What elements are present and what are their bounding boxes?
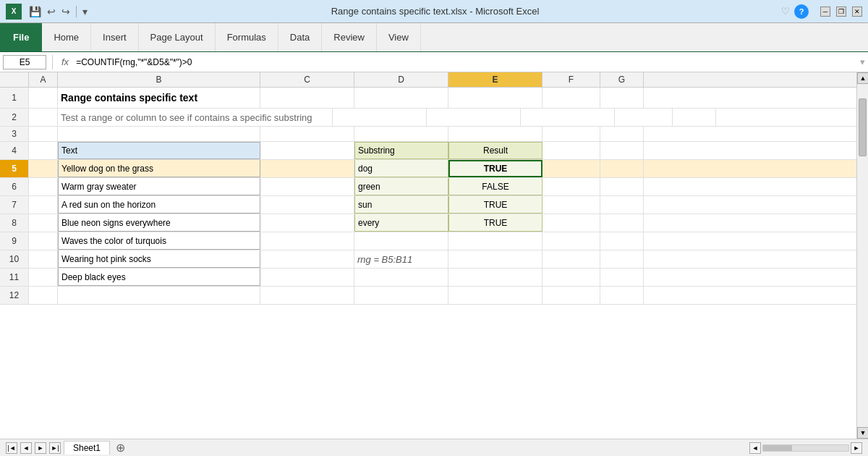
redo-icon[interactable]: ↪ bbox=[60, 4, 72, 19]
row-num-9[interactable]: 9 bbox=[0, 232, 29, 250]
row-num-12[interactable]: 12 bbox=[0, 287, 29, 304]
undo-icon[interactable]: ↩ bbox=[46, 4, 57, 19]
file-tab[interactable]: File bbox=[0, 23, 42, 51]
cell-d2[interactable] bbox=[427, 109, 521, 126]
col-header-b[interactable]: B bbox=[58, 72, 260, 87]
cell-a7[interactable] bbox=[29, 196, 58, 214]
cell-a2[interactable] bbox=[29, 109, 58, 126]
cell-f2[interactable] bbox=[615, 109, 673, 126]
cell-a10[interactable] bbox=[29, 250, 58, 268]
close-button[interactable]: ✕ bbox=[852, 7, 862, 17]
cell-c12[interactable] bbox=[260, 287, 354, 304]
cell-e6[interactable]: FALSE bbox=[448, 178, 542, 195]
sheet-prev-button[interactable]: ◄ bbox=[20, 442, 32, 454]
cell-e10[interactable] bbox=[448, 250, 542, 268]
cell-b2[interactable]: Test a range or column to see if contain… bbox=[58, 109, 333, 126]
cell-e9[interactable] bbox=[448, 232, 542, 250]
cell-f4[interactable] bbox=[542, 142, 600, 159]
col-header-c[interactable]: C bbox=[260, 72, 354, 87]
cell-b7[interactable]: A red sun on the horizon bbox=[58, 196, 260, 214]
cell-g5[interactable] bbox=[600, 160, 644, 177]
scroll-thumb[interactable] bbox=[859, 98, 867, 156]
scroll-track[interactable] bbox=[857, 84, 868, 427]
col-header-d[interactable]: D bbox=[354, 72, 448, 87]
cell-b10[interactable]: Wearing hot pink socks bbox=[58, 250, 260, 268]
cell-g8[interactable] bbox=[600, 214, 644, 232]
row-num-2[interactable]: 2 bbox=[0, 109, 29, 126]
cell-g11[interactable] bbox=[600, 269, 644, 286]
help-button[interactable]: ? bbox=[794, 4, 809, 19]
cell-b9[interactable]: Waves the color of turquois bbox=[58, 232, 260, 250]
insert-tab[interactable]: Insert bbox=[91, 23, 139, 51]
home-tab[interactable]: Home bbox=[42, 23, 91, 51]
cell-c5[interactable] bbox=[260, 160, 354, 177]
scroll-up-button[interactable]: ▲ bbox=[857, 72, 868, 84]
cell-f9[interactable] bbox=[542, 232, 600, 250]
cell-g7[interactable] bbox=[600, 196, 644, 214]
sheet-first-button[interactable]: |◄ bbox=[6, 442, 17, 454]
cell-g12[interactable] bbox=[600, 287, 644, 304]
cell-f1[interactable] bbox=[542, 88, 600, 108]
cell-a8[interactable] bbox=[29, 214, 58, 232]
view-tab[interactable]: View bbox=[377, 23, 421, 51]
cell-b6[interactable]: Warm gray sweater bbox=[58, 178, 260, 195]
row-num-7[interactable]: 7 bbox=[0, 196, 29, 214]
sheet-next-button[interactable]: ► bbox=[35, 442, 46, 454]
cell-c8[interactable] bbox=[260, 214, 354, 232]
cell-a12[interactable] bbox=[29, 287, 58, 304]
data-tab[interactable]: Data bbox=[278, 23, 322, 51]
row-num-10[interactable]: 10 bbox=[0, 250, 29, 268]
cell-e5[interactable]: TRUE bbox=[448, 160, 542, 177]
cell-d6[interactable]: green bbox=[354, 178, 448, 195]
cell-g1[interactable] bbox=[600, 88, 644, 108]
cell-c9[interactable] bbox=[260, 232, 354, 250]
cell-g6[interactable] bbox=[600, 178, 644, 195]
cell-c1[interactable] bbox=[260, 88, 354, 108]
hscroll-track[interactable] bbox=[762, 444, 849, 452]
cell-d10[interactable]: rng = B5:B11 bbox=[354, 250, 448, 268]
cell-e2[interactable] bbox=[521, 109, 615, 126]
cell-a6[interactable] bbox=[29, 178, 58, 195]
cell-a9[interactable] bbox=[29, 232, 58, 250]
row-num-8[interactable]: 8 bbox=[0, 214, 29, 232]
cell-b11[interactable]: Deep black eyes bbox=[58, 269, 260, 286]
col-header-g[interactable]: G bbox=[600, 72, 644, 87]
new-sheet-button[interactable]: ⊕ bbox=[116, 441, 125, 455]
vertical-scrollbar[interactable]: ▲ ▼ bbox=[856, 72, 868, 439]
cell-f5[interactable] bbox=[542, 160, 600, 177]
cell-d1[interactable] bbox=[354, 88, 448, 108]
cell-c2[interactable] bbox=[333, 109, 427, 126]
col-header-f[interactable]: F bbox=[542, 72, 600, 87]
formula-input[interactable] bbox=[75, 56, 854, 69]
cell-c3[interactable] bbox=[260, 127, 354, 141]
cell-g3[interactable] bbox=[600, 127, 644, 141]
cell-f12[interactable] bbox=[542, 287, 600, 304]
cell-d4[interactable]: Substring bbox=[354, 142, 448, 159]
cell-a3[interactable] bbox=[29, 127, 58, 141]
cell-c7[interactable] bbox=[260, 196, 354, 214]
cell-a5[interactable] bbox=[29, 160, 58, 177]
sheet-last-button[interactable]: ►| bbox=[49, 442, 61, 454]
cell-f11[interactable] bbox=[542, 269, 600, 286]
cell-f8[interactable] bbox=[542, 214, 600, 232]
cell-e7[interactable]: TRUE bbox=[448, 196, 542, 214]
cell-e3[interactable] bbox=[448, 127, 542, 141]
review-tab[interactable]: Review bbox=[322, 23, 377, 51]
row-num-11[interactable]: 11 bbox=[0, 269, 29, 286]
restore-button[interactable]: ❐ bbox=[836, 7, 846, 17]
sheet-tab-1[interactable]: Sheet1 bbox=[64, 441, 110, 455]
cell-d9[interactable] bbox=[354, 232, 448, 250]
cell-d7[interactable]: sun bbox=[354, 196, 448, 214]
scroll-down-button[interactable]: ▼ bbox=[857, 427, 868, 439]
cell-b4[interactable]: Text bbox=[58, 142, 260, 159]
cell-g4[interactable] bbox=[600, 142, 644, 159]
cell-e11[interactable] bbox=[448, 269, 542, 286]
cell-d11[interactable] bbox=[354, 269, 448, 286]
cell-d3[interactable] bbox=[354, 127, 448, 141]
minimize-button[interactable]: ─ bbox=[820, 7, 830, 17]
cell-a1[interactable] bbox=[29, 88, 58, 108]
cell-e12[interactable] bbox=[448, 287, 542, 304]
cell-g2[interactable] bbox=[673, 109, 716, 126]
hscroll-right-button[interactable]: ► bbox=[851, 442, 862, 454]
cell-b5[interactable]: Yellow dog on the grass bbox=[58, 160, 260, 177]
